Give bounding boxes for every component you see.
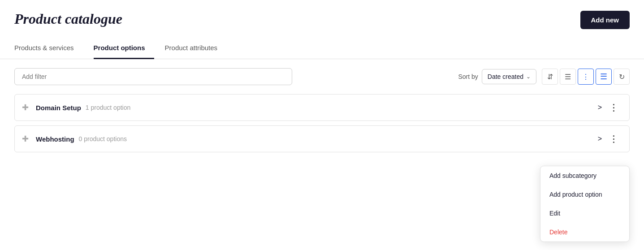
list-item: ✚ Domain Setup 1 product option > ⋮ bbox=[14, 94, 630, 121]
list-container: ✚ Domain Setup 1 product option > ⋮ ✚ We… bbox=[0, 94, 644, 152]
sort-value: Date created bbox=[488, 73, 523, 80]
row-expand-icon[interactable]: > bbox=[598, 103, 602, 112]
rows-view-icon: ☰ bbox=[600, 72, 607, 82]
context-menu: Add subcategory Add product option Edit … bbox=[540, 166, 630, 242]
page-title: Product catalogue bbox=[14, 11, 122, 27]
sort-direction-button[interactable]: ⇵ bbox=[542, 69, 558, 85]
context-menu-add-product-option[interactable]: Add product option bbox=[540, 185, 629, 204]
list-view-button[interactable]: ☰ bbox=[560, 69, 576, 85]
drag-handle-icon[interactable]: ✚ bbox=[22, 134, 29, 144]
refresh-icon: ↻ bbox=[619, 73, 625, 81]
sort-dir-icon: ⇵ bbox=[547, 73, 553, 81]
refresh-button[interactable]: ↻ bbox=[614, 69, 630, 85]
row-more-button[interactable]: ⋮ bbox=[605, 100, 622, 115]
row-count: 0 product options bbox=[79, 135, 127, 142]
context-menu-edit[interactable]: Edit bbox=[540, 204, 629, 223]
tab-product-attributes[interactable]: Product attributes bbox=[165, 39, 227, 59]
tab-bar: Products & services Product options Prod… bbox=[0, 38, 644, 59]
row-count: 1 product option bbox=[86, 104, 130, 111]
sort-area: Sort by Date created ⌄ bbox=[458, 69, 536, 84]
sort-label: Sort by bbox=[458, 73, 478, 80]
row-expand-icon[interactable]: > bbox=[598, 135, 602, 143]
filter-input[interactable] bbox=[14, 68, 292, 85]
tab-product-options[interactable]: Product options bbox=[94, 39, 154, 59]
grid-view-button[interactable]: ⋮ bbox=[578, 69, 594, 85]
chevron-down-icon: ⌄ bbox=[526, 73, 531, 80]
context-menu-delete[interactable]: Delete bbox=[540, 223, 629, 241]
toolbar-icons: ⇵ ☰ ⋮ ☰ ↻ bbox=[542, 69, 630, 85]
row-name: Domain Setup bbox=[36, 104, 81, 112]
list-item: ✚ Webhosting 0 product options > ⋮ bbox=[14, 125, 630, 152]
drag-handle-icon[interactable]: ✚ bbox=[22, 103, 29, 112]
list-view-icon: ☰ bbox=[565, 73, 571, 81]
sort-select[interactable]: Date created ⌄ bbox=[482, 69, 536, 84]
page-header: Product catalogue Add new bbox=[0, 0, 644, 29]
grid-view-icon: ⋮ bbox=[582, 73, 589, 81]
tab-products-services[interactable]: Products & services bbox=[14, 39, 83, 59]
row-name: Webhosting bbox=[36, 135, 74, 143]
rows-view-button[interactable]: ☰ bbox=[596, 69, 612, 85]
add-new-button[interactable]: Add new bbox=[580, 11, 630, 29]
toolbar: Sort by Date created ⌄ ⇵ ☰ ⋮ ☰ ↻ bbox=[0, 59, 644, 94]
context-menu-add-subcategory[interactable]: Add subcategory bbox=[540, 166, 629, 185]
row-more-button[interactable]: ⋮ bbox=[605, 132, 622, 146]
